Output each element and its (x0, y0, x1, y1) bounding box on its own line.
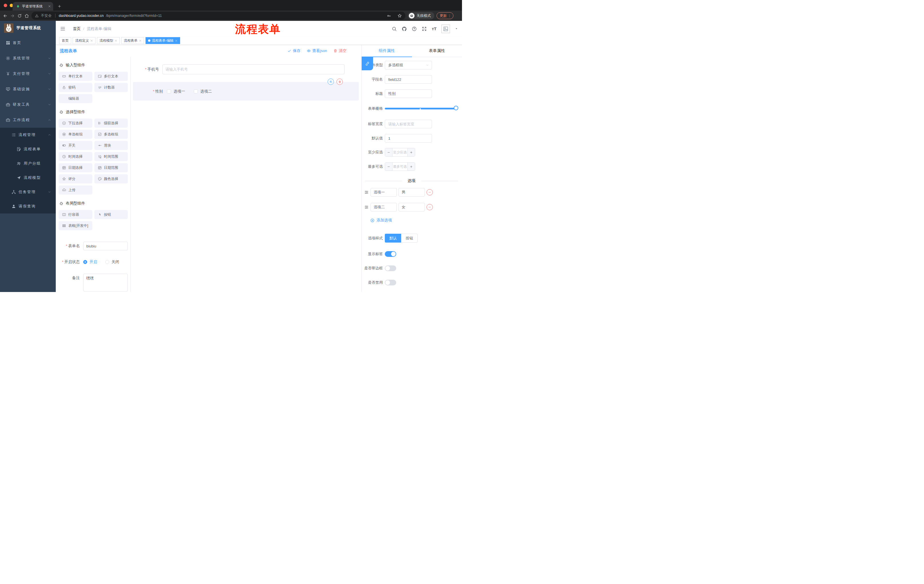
sidebar-item-process-form[interactable]: 流程表单 (0, 142, 56, 156)
chevron-down-icon[interactable] (455, 27, 458, 30)
tag-process-form[interactable]: 流程表单 (121, 37, 144, 44)
sidebar-item-infrastructure[interactable]: 基础设施 (0, 81, 56, 97)
sidebar-item-workflow[interactable]: 工作流程 (0, 112, 56, 128)
toggle-show-label[interactable] (385, 251, 396, 257)
avatar[interactable] (441, 25, 450, 33)
gender-field-block-selected[interactable]: *性别 选项一选项二 (133, 82, 359, 100)
palette-item-switch[interactable]: 开关 (59, 141, 92, 150)
drag-handle-icon[interactable] (364, 190, 369, 194)
github-icon[interactable] (402, 26, 407, 31)
option-value-input[interactable] (399, 203, 425, 211)
sidebar-item-dev-tools[interactable]: 研发工具 (0, 97, 56, 112)
tag-process-model[interactable]: 流程模型 (97, 37, 120, 44)
sidebar-item-process-model[interactable]: 流程模型 (0, 171, 56, 185)
toggle-with-border[interactable] (385, 265, 396, 271)
hamburger-icon[interactable] (60, 26, 66, 31)
clear-button[interactable]: 清空 (333, 48, 346, 53)
add-option-button[interactable]: 添加选项 (370, 218, 462, 223)
tab-close-icon[interactable] (48, 5, 51, 8)
font-size-icon[interactable]: тT (432, 26, 437, 31)
palette-item-rate[interactable]: 评分 (59, 174, 92, 183)
toggle-disabled[interactable] (385, 280, 396, 285)
palette-item-password[interactable]: 密码 (59, 83, 92, 92)
search-icon[interactable] (392, 26, 397, 31)
stepper-decrease-button[interactable] (385, 148, 393, 156)
browser-tab[interactable]: 芋道管理系统 (13, 2, 53, 11)
palette-item-slider[interactable]: 滑块 (94, 141, 128, 150)
sidebar-item-payment-mgmt[interactable]: 支付管理 (0, 66, 56, 81)
browser-update-button[interactable]: 更新 (437, 12, 454, 19)
option-name-input[interactable] (371, 188, 397, 197)
phone-input[interactable] (162, 64, 345, 74)
palette-item-button[interactable]: 按钮 (94, 210, 128, 219)
palette-item-time-range[interactable]: 时间范围 (94, 152, 128, 161)
tag-process-form-edit[interactable]: 流程表单-编辑 (145, 37, 180, 44)
phone-field-row[interactable]: *手机号 (130, 64, 361, 74)
sidebar-item-home[interactable]: 首页 (0, 35, 56, 51)
palette-item-counter[interactable]: 123计数器 (94, 83, 128, 92)
gender-option-checkbox-2[interactable]: 选项二 (194, 89, 212, 94)
option-value-input[interactable] (399, 188, 425, 197)
close-icon[interactable] (175, 39, 178, 42)
default-value-input[interactable] (385, 134, 432, 143)
palette-item-time-picker[interactable]: 时间选择 (59, 152, 92, 161)
tab-component-props[interactable]: 组件属性 (361, 45, 412, 57)
fullscreen-icon[interactable] (422, 26, 427, 31)
palette-item-table-dev[interactable]: 表格[开发中] (59, 221, 92, 230)
palette-item-single-line-text[interactable]: 单行文本 (59, 72, 92, 81)
palette-item-row-container[interactable]: 行容器 (59, 210, 92, 219)
sidebar-item-system-mgmt[interactable]: 系统管理 (0, 51, 56, 66)
breadcrumb-home[interactable]: 首页 (73, 26, 81, 31)
style-button-segment[interactable]: 按钮 (401, 234, 418, 243)
close-icon[interactable] (139, 39, 142, 42)
component-type-select[interactable]: 多选框组 (385, 61, 432, 69)
tab-form-props[interactable]: 表单属性 (412, 45, 462, 57)
close-icon[interactable] (115, 39, 117, 42)
form-name-input[interactable] (83, 242, 128, 250)
label-width-input[interactable] (385, 120, 432, 128)
slider-thumb[interactable] (454, 106, 458, 110)
status-closed-radio[interactable]: 关闭 (105, 260, 119, 265)
gender-option-checkbox-1[interactable]: 选项一 (167, 89, 185, 94)
min-select-placeholder[interactable]: 至少应选 (393, 148, 408, 156)
drag-handle-icon[interactable] (364, 205, 369, 209)
view-json-button[interactable]: 查看json (307, 48, 327, 53)
form-grid-slider[interactable] (385, 104, 458, 113)
forward-icon[interactable] (10, 13, 15, 18)
sidebar-item-user-group[interactable]: 用户分组 (0, 156, 56, 171)
save-button[interactable]: 保存 (287, 48, 300, 53)
copy-component-button[interactable] (328, 79, 334, 85)
stepper-increase-button[interactable] (408, 163, 415, 171)
palette-item-cascader-select[interactable]: 级联选择 (94, 118, 128, 128)
sidebar-item-task-mgmt[interactable]: 任务管理 (0, 185, 56, 199)
field-name-input[interactable] (385, 75, 432, 84)
palette-item-checkbox-group[interactable]: 多选框组 (94, 130, 128, 139)
palette-item-dropdown-select[interactable]: 下拉选择 (59, 118, 92, 128)
option-name-input[interactable] (371, 203, 397, 211)
palette-item-color-picker[interactable]: 颜色选择 (94, 174, 128, 183)
remove-option-button[interactable] (427, 204, 433, 210)
sidebar-item-leave-query[interactable]: 请假查询 (0, 199, 56, 214)
remove-option-button[interactable] (427, 189, 433, 196)
form-remark-textarea[interactable]: 嘿嘿 (83, 274, 128, 291)
home-icon[interactable] (24, 13, 29, 18)
reload-icon[interactable] (17, 13, 22, 18)
tag-home[interactable]: 首页 (59, 37, 71, 44)
status-open-radio[interactable]: 开启 (83, 260, 97, 265)
palette-item-editor[interactable]: 编辑器 (59, 94, 92, 103)
palette-item-multi-line-text[interactable]: 多行文本 (94, 72, 128, 81)
tag-process-definition[interactable]: 流程定义 (73, 37, 96, 44)
browser-menu-icon[interactable] (448, 14, 451, 18)
new-tab-button[interactable] (56, 3, 63, 10)
stepper-decrease-button[interactable] (385, 163, 393, 171)
help-icon[interactable] (412, 26, 417, 31)
title-input[interactable] (385, 89, 432, 98)
address-bar[interactable]: 不安全 dashboard.yudao.iocoder.cn/bpm/manag… (31, 12, 405, 20)
palette-item-upload[interactable]: 上传 (59, 186, 92, 194)
palette-item-date-range[interactable]: 日期范围 (94, 163, 128, 172)
stepper-increase-button[interactable] (408, 148, 415, 156)
key-icon[interactable] (387, 14, 391, 18)
max-select-placeholder[interactable]: 最多可选 (393, 163, 408, 171)
back-icon[interactable] (3, 13, 8, 18)
delete-component-button[interactable] (337, 79, 343, 85)
